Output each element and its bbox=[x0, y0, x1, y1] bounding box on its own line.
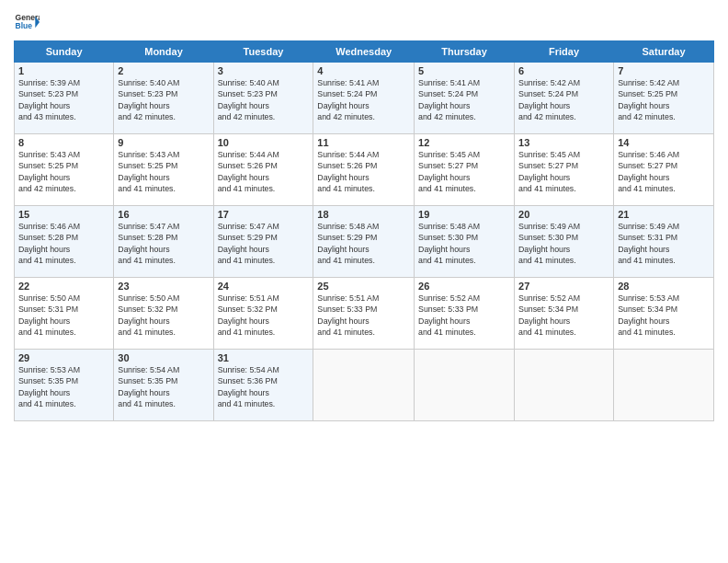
day-number: 15 bbox=[18, 209, 109, 220]
day-number: 27 bbox=[518, 281, 609, 292]
calendar-table: SundayMondayTuesdayWednesdayThursdayFrid… bbox=[14, 40, 714, 421]
day-number: 25 bbox=[317, 281, 410, 292]
day-number: 11 bbox=[317, 137, 410, 148]
day-number: 3 bbox=[218, 65, 310, 76]
calendar-week-5: 29Sunrise: 5:53 AMSunset: 5:35 PMDayligh… bbox=[15, 350, 714, 421]
calendar-cell: 23Sunrise: 5:50 AMSunset: 5:32 PMDayligh… bbox=[114, 278, 213, 350]
day-info: Sunrise: 5:42 AMSunset: 5:24 PMDaylight … bbox=[518, 77, 609, 122]
calendar-cell: 18Sunrise: 5:48 AMSunset: 5:29 PMDayligh… bbox=[313, 206, 415, 278]
day-info: Sunrise: 5:46 AMSunset: 5:27 PMDaylight … bbox=[618, 149, 710, 194]
calendar-cell: 11Sunrise: 5:44 AMSunset: 5:26 PMDayligh… bbox=[313, 134, 415, 206]
day-info: Sunrise: 5:48 AMSunset: 5:29 PMDaylight … bbox=[317, 221, 410, 266]
day-number: 8 bbox=[18, 137, 109, 148]
day-number: 14 bbox=[618, 137, 710, 148]
day-info: Sunrise: 5:49 AMSunset: 5:30 PMDaylight … bbox=[518, 221, 609, 266]
calendar-cell: 15Sunrise: 5:46 AMSunset: 5:28 PMDayligh… bbox=[15, 206, 114, 278]
logo: General Blue bbox=[14, 9, 40, 35]
day-info: Sunrise: 5:53 AMSunset: 5:35 PMDaylight … bbox=[18, 364, 109, 409]
day-info: Sunrise: 5:46 AMSunset: 5:28 PMDaylight … bbox=[18, 221, 109, 266]
header: General Blue bbox=[14, 9, 714, 35]
calendar-cell: 3Sunrise: 5:40 AMSunset: 5:23 PMDaylight… bbox=[213, 63, 313, 134]
day-number: 22 bbox=[18, 281, 109, 292]
day-info: Sunrise: 5:54 AMSunset: 5:35 PMDaylight … bbox=[118, 364, 209, 409]
day-number: 28 bbox=[618, 281, 710, 292]
svg-text:Blue: Blue bbox=[16, 21, 33, 30]
day-info: Sunrise: 5:39 AMSunset: 5:23 PMDaylight … bbox=[18, 77, 109, 122]
calendar-cell: 13Sunrise: 5:45 AMSunset: 5:27 PMDayligh… bbox=[515, 134, 614, 206]
calendar-cell: 21Sunrise: 5:49 AMSunset: 5:31 PMDayligh… bbox=[614, 206, 714, 278]
day-info: Sunrise: 5:42 AMSunset: 5:25 PMDaylight … bbox=[618, 77, 710, 122]
calendar-cell: 4Sunrise: 5:41 AMSunset: 5:24 PMDaylight… bbox=[313, 63, 415, 134]
calendar-cell: 9Sunrise: 5:43 AMSunset: 5:25 PMDaylight… bbox=[114, 134, 213, 206]
calendar-cell: 8Sunrise: 5:43 AMSunset: 5:25 PMDaylight… bbox=[15, 134, 114, 206]
col-header-monday: Monday bbox=[114, 41, 213, 63]
col-header-sunday: Sunday bbox=[15, 41, 114, 63]
day-info: Sunrise: 5:43 AMSunset: 5:25 PMDaylight … bbox=[118, 149, 209, 194]
day-number: 19 bbox=[418, 209, 510, 220]
calendar-cell bbox=[415, 350, 515, 421]
day-number: 6 bbox=[518, 65, 609, 76]
day-info: Sunrise: 5:51 AMSunset: 5:32 PMDaylight … bbox=[218, 293, 310, 338]
col-header-thursday: Thursday bbox=[415, 41, 515, 63]
calendar-cell: 10Sunrise: 5:44 AMSunset: 5:26 PMDayligh… bbox=[213, 134, 313, 206]
day-number: 29 bbox=[18, 352, 109, 363]
day-info: Sunrise: 5:53 AMSunset: 5:34 PMDaylight … bbox=[618, 293, 710, 338]
calendar-cell: 30Sunrise: 5:54 AMSunset: 5:35 PMDayligh… bbox=[114, 350, 213, 421]
day-number: 26 bbox=[418, 281, 510, 292]
day-number: 23 bbox=[118, 281, 209, 292]
day-info: Sunrise: 5:47 AMSunset: 5:29 PMDaylight … bbox=[218, 221, 310, 266]
day-info: Sunrise: 5:48 AMSunset: 5:30 PMDaylight … bbox=[418, 221, 510, 266]
day-info: Sunrise: 5:40 AMSunset: 5:23 PMDaylight … bbox=[118, 77, 209, 122]
day-number: 21 bbox=[618, 209, 710, 220]
calendar-cell bbox=[515, 350, 614, 421]
col-header-tuesday: Tuesday bbox=[213, 41, 313, 63]
calendar-cell: 20Sunrise: 5:49 AMSunset: 5:30 PMDayligh… bbox=[515, 206, 614, 278]
day-number: 16 bbox=[118, 209, 209, 220]
calendar-cell: 14Sunrise: 5:46 AMSunset: 5:27 PMDayligh… bbox=[614, 134, 714, 206]
col-header-wednesday: Wednesday bbox=[313, 41, 415, 63]
day-number: 5 bbox=[418, 65, 510, 76]
calendar-week-3: 15Sunrise: 5:46 AMSunset: 5:28 PMDayligh… bbox=[15, 206, 714, 278]
calendar-cell bbox=[313, 350, 415, 421]
calendar-cell: 5Sunrise: 5:41 AMSunset: 5:24 PMDaylight… bbox=[415, 63, 515, 134]
day-info: Sunrise: 5:44 AMSunset: 5:26 PMDaylight … bbox=[317, 149, 410, 194]
calendar-cell: 1Sunrise: 5:39 AMSunset: 5:23 PMDaylight… bbox=[15, 63, 114, 134]
calendar-cell: 24Sunrise: 5:51 AMSunset: 5:32 PMDayligh… bbox=[213, 278, 313, 350]
day-number: 13 bbox=[518, 137, 609, 148]
day-number: 20 bbox=[518, 209, 609, 220]
calendar-cell bbox=[614, 350, 714, 421]
day-info: Sunrise: 5:45 AMSunset: 5:27 PMDaylight … bbox=[518, 149, 609, 194]
calendar-cell: 2Sunrise: 5:40 AMSunset: 5:23 PMDaylight… bbox=[114, 63, 213, 134]
day-number: 24 bbox=[218, 281, 310, 292]
day-info: Sunrise: 5:41 AMSunset: 5:24 PMDaylight … bbox=[317, 77, 410, 122]
day-info: Sunrise: 5:47 AMSunset: 5:28 PMDaylight … bbox=[118, 221, 209, 266]
calendar-cell: 16Sunrise: 5:47 AMSunset: 5:28 PMDayligh… bbox=[114, 206, 213, 278]
calendar-cell: 31Sunrise: 5:54 AMSunset: 5:36 PMDayligh… bbox=[213, 350, 313, 421]
day-number: 7 bbox=[618, 65, 710, 76]
day-number: 12 bbox=[418, 137, 510, 148]
calendar-cell: 27Sunrise: 5:52 AMSunset: 5:34 PMDayligh… bbox=[515, 278, 614, 350]
col-header-friday: Friday bbox=[515, 41, 614, 63]
calendar-cell: 19Sunrise: 5:48 AMSunset: 5:30 PMDayligh… bbox=[415, 206, 515, 278]
day-info: Sunrise: 5:50 AMSunset: 5:32 PMDaylight … bbox=[118, 293, 209, 338]
day-info: Sunrise: 5:49 AMSunset: 5:31 PMDaylight … bbox=[618, 221, 710, 266]
day-info: Sunrise: 5:52 AMSunset: 5:34 PMDaylight … bbox=[518, 293, 609, 338]
day-number: 17 bbox=[218, 209, 310, 220]
day-info: Sunrise: 5:54 AMSunset: 5:36 PMDaylight … bbox=[218, 364, 310, 409]
day-number: 31 bbox=[218, 352, 310, 363]
day-number: 2 bbox=[118, 65, 209, 76]
day-info: Sunrise: 5:50 AMSunset: 5:31 PMDaylight … bbox=[18, 293, 109, 338]
day-number: 18 bbox=[317, 209, 410, 220]
calendar-cell: 22Sunrise: 5:50 AMSunset: 5:31 PMDayligh… bbox=[15, 278, 114, 350]
day-number: 1 bbox=[18, 65, 109, 76]
calendar-week-2: 8Sunrise: 5:43 AMSunset: 5:25 PMDaylight… bbox=[15, 134, 714, 206]
calendar-cell: 29Sunrise: 5:53 AMSunset: 5:35 PMDayligh… bbox=[15, 350, 114, 421]
calendar-cell: 12Sunrise: 5:45 AMSunset: 5:27 PMDayligh… bbox=[415, 134, 515, 206]
day-number: 10 bbox=[218, 137, 310, 148]
calendar-week-1: 1Sunrise: 5:39 AMSunset: 5:23 PMDaylight… bbox=[15, 63, 714, 134]
day-number: 30 bbox=[118, 352, 209, 363]
day-info: Sunrise: 5:40 AMSunset: 5:23 PMDaylight … bbox=[218, 77, 310, 122]
calendar-cell: 6Sunrise: 5:42 AMSunset: 5:24 PMDaylight… bbox=[515, 63, 614, 134]
day-info: Sunrise: 5:43 AMSunset: 5:25 PMDaylight … bbox=[18, 149, 109, 194]
calendar-cell: 26Sunrise: 5:52 AMSunset: 5:33 PMDayligh… bbox=[415, 278, 515, 350]
